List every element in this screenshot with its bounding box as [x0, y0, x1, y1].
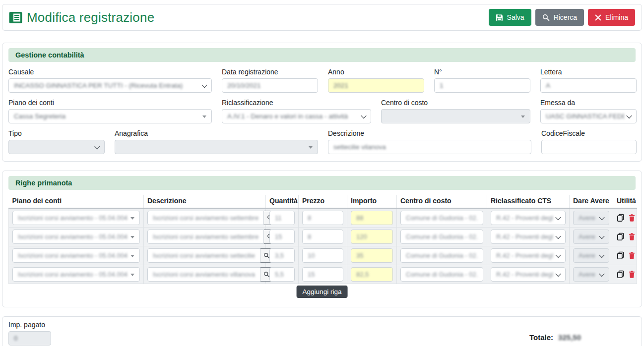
centro-di-costo-label: Centro di costo — [381, 99, 530, 107]
delete-row-button[interactable] — [629, 271, 635, 278]
row-descrizione-input[interactable]: Iscrizioni corsi avviamento settembre — [147, 211, 264, 225]
chevron-down-icon — [599, 214, 604, 220]
descrizione-input[interactable]: settecilie vilanova — [328, 140, 531, 154]
row-piano-select[interactable]: Iscrizioni corsi avviamento - 05.04.004 — [12, 211, 140, 225]
row-prezzo-input[interactable]: 8 — [302, 211, 343, 225]
magnifier-icon — [542, 14, 550, 21]
imp-pagato-label: Imp. pagato — [8, 321, 51, 329]
row-centro-input[interactable]: Comune di Gudonia - 02.09.08 — [400, 248, 483, 263]
numero-label: N° — [434, 68, 530, 76]
row-importo-input[interactable]: 82,5 — [351, 267, 393, 282]
x-close-icon — [595, 14, 601, 21]
row-riclassificato-select[interactable]: R.42 - Proventi degli a — [491, 267, 566, 282]
codicefiscale-label: CodiceFiscale — [541, 129, 637, 138]
row-piano-select[interactable]: Iscrizioni corsi avviamento - 05.04.004 — [12, 267, 140, 282]
row-quantita-input[interactable]: 3,5 — [269, 248, 295, 263]
numero-input[interactable]: 1 — [434, 78, 530, 93]
codicefiscale-input[interactable] — [541, 140, 637, 154]
tipo-select — [8, 140, 105, 154]
anno-input[interactable]: 2021 — [328, 78, 424, 93]
journal-icon — [9, 11, 22, 24]
riclassificazione-label: Riclassificazione — [222, 99, 371, 107]
delete-row-button[interactable] — [629, 252, 635, 259]
row-dare-avere-select: Avere — [573, 211, 609, 225]
row-riclassificato-select[interactable]: R.42 - Proventi degli a — [491, 248, 566, 263]
table-row: Iscrizioni corsi avviamento - 05.04.004 … — [9, 208, 637, 228]
causale-select[interactable]: INCASSO GINNASTICA PER TUTTI - (Ricevuta… — [8, 78, 212, 93]
tipo-label: Tipo — [8, 129, 105, 138]
row-descrizione-input[interactable]: Iscrizioni corsi avviamento settembre — [147, 230, 264, 244]
row-riclassificato-select[interactable]: R.42 - Proventi degli a — [491, 230, 566, 244]
row-descrizione-input[interactable]: Iscrizioni corsi avviamento villanova — [147, 267, 260, 282]
magnifier-icon — [263, 252, 270, 259]
col-importo: Importo — [347, 195, 397, 208]
accounting-section: Gestione contabilità Causale INCASSO GIN… — [2, 43, 642, 162]
row-quantita-input[interactable]: 15 — [269, 230, 295, 244]
accounting-section-header: Gestione contabilità — [8, 48, 636, 62]
piano-dei-conti-label: Piano dei conti — [8, 99, 212, 107]
row-centro-input[interactable]: Comune di Gudonia - 02.09.08 — [400, 230, 483, 244]
caret-down-icon — [130, 255, 134, 257]
chevron-down-icon — [361, 113, 366, 118]
chevron-down-icon — [94, 143, 100, 149]
row-piano-select[interactable]: Iscrizioni corsi avviamento - 05.04.004 — [12, 248, 140, 263]
copy-row-button[interactable] — [617, 214, 625, 222]
chevron-down-icon — [599, 271, 604, 276]
piano-dei-conti-select[interactable]: Cassa Segreteria — [8, 109, 212, 123]
totale-label: Totale: — [529, 333, 553, 342]
table-row: Iscrizioni corsi avviamento - 05.04.004 … — [9, 265, 637, 284]
floppy-save-icon — [496, 14, 503, 21]
row-prezzo-input[interactable]: 8 — [302, 230, 343, 244]
imp-pagato-input: 0 — [8, 331, 51, 346]
descrizione-label: Descrizione — [328, 129, 531, 138]
primanota-table: Piano dei conti Descrizione Quantità Pre… — [8, 195, 637, 284]
caret-down-icon — [130, 236, 134, 238]
delete-button[interactable]: Elimina — [588, 9, 635, 26]
chevron-down-icon — [599, 233, 604, 238]
row-importo-input[interactable]: 35 — [351, 248, 393, 263]
col-quantita: Quantità — [266, 195, 299, 208]
table-row: Iscrizioni corsi avviamento - 05.04.004 … — [9, 228, 637, 246]
emessa-da-select[interactable]: UASC GINNASTICA FEDELUCCI — [540, 109, 637, 123]
anagrafica-select — [115, 140, 318, 154]
col-dare-avere: Dare Avere — [570, 195, 613, 208]
lettera-input[interactable]: A — [540, 78, 637, 93]
row-prezzo-input[interactable]: 10 — [302, 248, 343, 263]
data-registrazione-input[interactable]: 20/10/2021 — [222, 78, 318, 93]
delete-row-button[interactable] — [629, 214, 635, 222]
add-row-tooltip: Aggiungi riga — [297, 286, 348, 298]
row-descrizione-input[interactable]: Iscrizioni corsi avviamento settecilie — [147, 248, 260, 263]
col-prezzo: Prezzo — [299, 195, 347, 208]
col-centro-di-costo: Centro di costo — [397, 195, 487, 208]
row-piano-select[interactable]: Iscrizioni corsi avviamento - 05.04.004 — [12, 230, 140, 244]
col-descrizione: Descrizione — [144, 195, 266, 208]
row-dare-avere-select: Avere — [573, 267, 609, 282]
delete-button-label: Elimina — [605, 13, 628, 21]
copy-row-button[interactable] — [617, 251, 625, 260]
row-quantita-input[interactable]: 5,5 — [269, 267, 295, 282]
row-importo-input[interactable]: 120 — [351, 230, 393, 244]
primanota-section-header: Righe primanota — [8, 176, 636, 190]
chevron-down-icon — [555, 214, 561, 220]
row-importo-input[interactable]: 88 — [351, 211, 393, 225]
chevron-down-icon — [201, 82, 207, 87]
row-riclassificato-select[interactable]: R.42 - Proventi degli a — [491, 211, 566, 225]
row-centro-input[interactable]: Comune di Gudonia - 02.09.08 — [400, 267, 483, 282]
copy-row-button[interactable] — [617, 232, 625, 241]
delete-row-button[interactable] — [629, 233, 635, 240]
row-dare-avere-select: Avere — [573, 248, 609, 263]
search-button[interactable]: Ricerca — [535, 9, 584, 26]
primanota-section: Righe primanota Piano dei conti Descrizi… — [2, 171, 642, 307]
caret-down-icon — [130, 217, 134, 220]
row-prezzo-input[interactable]: 15 — [302, 267, 343, 282]
save-button[interactable]: Salva — [489, 9, 531, 26]
caret-down-icon — [309, 146, 313, 149]
save-button-label: Salva — [507, 13, 524, 21]
riclassificazione-select[interactable]: A.IV.1 - Denaro e valori in cassa - atti… — [222, 109, 371, 123]
copy-row-button[interactable] — [617, 270, 625, 279]
table-row: Iscrizioni corsi avviamento - 05.04.004 … — [9, 246, 637, 265]
magnifier-icon — [263, 271, 270, 278]
row-centro-input[interactable]: Comune di Gudonia - 02.09.08 — [400, 211, 483, 225]
chevron-down-icon — [555, 271, 561, 276]
row-quantita-input[interactable]: 11 — [269, 211, 295, 225]
